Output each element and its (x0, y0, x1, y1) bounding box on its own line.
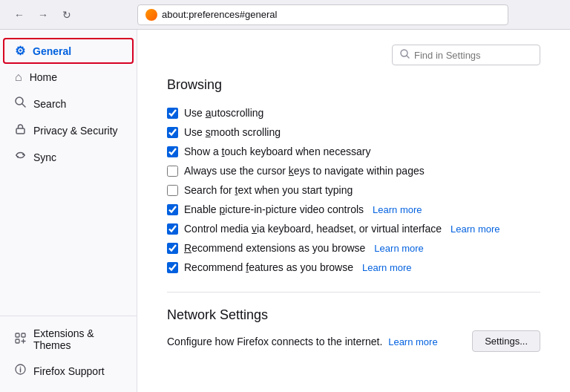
recommend-ext-label: Recommend extensions as you browse (184, 242, 365, 254)
cursor-keys-checkbox[interactable] (167, 166, 178, 177)
sidebar-label-privacy: Privacy & Security (33, 125, 118, 137)
sidebar-item-extensions[interactable]: Extensions & Themes (3, 321, 134, 357)
sidebar-label-sync: Sync (33, 151, 56, 163)
network-settings-section: Network Settings Configure how Firefox c… (167, 307, 540, 352)
autoscroll-checkbox[interactable] (167, 108, 178, 119)
sidebar-item-search[interactable]: Search (3, 91, 134, 117)
network-description-text: Configure how Firefox connects to the in… (167, 336, 382, 347)
smooth-scroll-checkbox[interactable] (167, 127, 178, 138)
forward-button[interactable]: → (33, 4, 53, 25)
sidebar-label-extensions: Extensions & Themes (33, 327, 122, 351)
recommend-feat-label: Recommend features as you browse (184, 261, 353, 273)
sidebar-item-support[interactable]: Firefox Support (3, 358, 134, 384)
media-keyboard-checkbox[interactable] (167, 223, 178, 235)
info-icon (15, 364, 26, 378)
pip-label: Enable picture-in-picture video controls (184, 203, 364, 215)
sidebar-label-general: General (33, 45, 71, 57)
back-button[interactable]: ← (9, 4, 30, 25)
sidebar-item-general[interactable]: ⚙ General (3, 38, 134, 64)
smooth-scroll-label: Use smooth scrolling (184, 126, 281, 138)
network-settings-title: Network Settings (167, 307, 540, 323)
browsing-title: Browsing (167, 77, 540, 93)
sidebar-item-privacy[interactable]: Privacy & Security (3, 117, 134, 143)
recommend-ext-learn-more[interactable]: Learn more (374, 243, 423, 254)
svg-line-1 (22, 104, 25, 107)
reload-button[interactable]: ↻ (56, 4, 77, 25)
address-text: about:preferences#general (162, 9, 277, 20)
sidebar-label-support: Firefox Support (33, 365, 105, 377)
checkbox-media-keyboard: Control media via keyboard, headset, or … (167, 219, 540, 238)
address-bar[interactable]: about:preferences#general (137, 4, 508, 25)
sidebar-bottom: Extensions & Themes Firefox Support (0, 316, 137, 385)
network-settings-row: Configure how Firefox connects to the in… (167, 330, 540, 352)
sidebar: ⚙ General ⌂ Home Search (0, 30, 137, 392)
pip-learn-more[interactable]: Learn more (373, 204, 422, 215)
recommend-feat-learn-more[interactable]: Learn more (362, 262, 411, 273)
touch-keyboard-label: Show a touch keyboard when necessary (184, 146, 370, 157)
search-typing-label: Search for text when you start typing (184, 184, 353, 196)
checkbox-autoscroll: Use autoscrolling (167, 103, 540, 122)
media-keyboard-label: Control media via keyboard, headset, or … (184, 223, 442, 235)
checkbox-pip: Enable picture-in-picture video controls… (167, 200, 540, 219)
section-divider (167, 292, 540, 293)
svg-point-8 (20, 367, 22, 368)
media-keyboard-learn-more[interactable]: Learn more (451, 223, 499, 235)
checkbox-cursor-keys: Always use the cursor keys to navigate w… (167, 161, 540, 180)
browser-chrome: ← → ↻ about:preferences#general (0, 0, 570, 30)
checkbox-smooth-scroll: Use smooth scrolling (167, 122, 540, 142)
find-in-settings-container (167, 45, 540, 65)
sidebar-top: ⚙ General ⌂ Home Search (0, 37, 137, 171)
content-area: Browsing Use autoscrolling Use smooth sc… (137, 30, 570, 392)
checkbox-recommend-ext: Recommend extensions as you browse Learn… (167, 238, 540, 258)
gear-icon: ⚙ (15, 44, 25, 58)
sync-icon (15, 150, 26, 164)
find-settings-input[interactable] (414, 50, 532, 61)
sidebar-item-sync[interactable]: Sync (3, 144, 134, 170)
search-icon (15, 97, 26, 111)
svg-line-10 (407, 56, 409, 58)
recommend-feat-checkbox[interactable] (167, 262, 178, 273)
network-learn-more[interactable]: Learn more (388, 336, 437, 347)
find-search-icon (400, 49, 410, 61)
network-description: Configure how Firefox connects to the in… (167, 336, 438, 347)
find-input-wrapper[interactable] (392, 45, 540, 65)
svg-rect-4 (22, 333, 25, 337)
lock-icon (15, 123, 26, 137)
recommend-ext-checkbox[interactable] (167, 243, 178, 254)
sidebar-item-home[interactable]: ⌂ Home (3, 65, 134, 90)
extensions-icon (15, 333, 26, 347)
search-typing-checkbox[interactable] (167, 185, 178, 196)
svg-rect-5 (16, 339, 19, 343)
cursor-keys-label: Always use the cursor keys to navigate w… (184, 165, 425, 177)
svg-rect-3 (16, 333, 19, 337)
sidebar-label-home: Home (30, 71, 57, 83)
sidebar-label-search: Search (33, 98, 66, 110)
pip-checkbox[interactable] (167, 204, 178, 215)
network-settings-button[interactable]: Settings... (472, 330, 540, 352)
checkbox-search-typing: Search for text when you start typing (167, 180, 540, 200)
nav-buttons: ← → ↻ (9, 4, 77, 25)
checkbox-touch-keyboard: Show a touch keyboard when necessary (167, 142, 540, 161)
firefox-logo-icon (145, 9, 157, 21)
checkbox-recommend-feat: Recommend features as you browse Learn m… (167, 258, 540, 277)
autoscroll-label: Use autoscrolling (184, 107, 263, 119)
svg-rect-2 (16, 128, 24, 134)
home-icon: ⌂ (15, 71, 22, 84)
main-layout: ⚙ General ⌂ Home Search (0, 30, 570, 392)
touch-keyboard-checkbox[interactable] (167, 146, 178, 157)
